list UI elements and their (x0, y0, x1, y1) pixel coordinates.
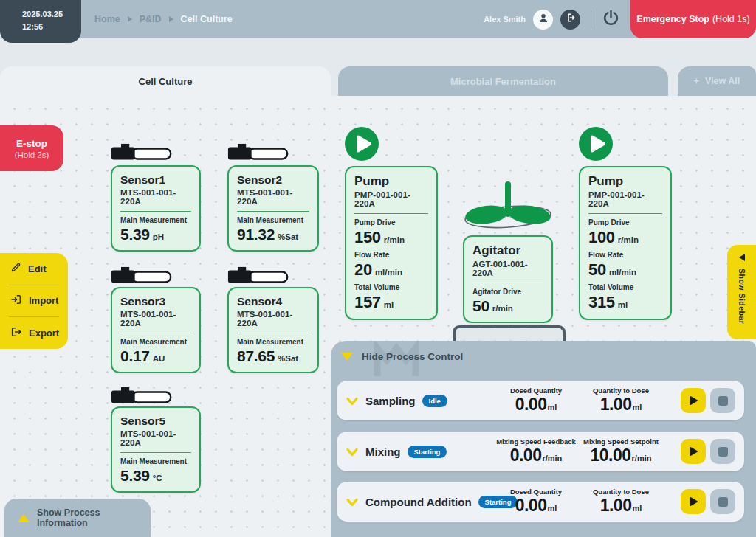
row-stop-button[interactable] (710, 489, 735, 514)
process-control-toggle[interactable]: Hide Process Control (341, 351, 463, 362)
row-play-button[interactable] (681, 388, 706, 413)
chevron-down-icon[interactable] (346, 498, 359, 507)
power-button[interactable] (602, 9, 620, 30)
metric-value: 1.00 (600, 395, 632, 415)
sensor-card[interactable]: Sensor3 MTS-001-001-220A Main Measuremen… (111, 287, 201, 373)
sensor-tag: MTS-001-001-220A (120, 310, 191, 328)
sensor-card[interactable]: Sensor4 MTS-001-001-220A Main Measuremen… (227, 287, 319, 373)
field-label: Flow Rate (588, 251, 662, 259)
import-button[interactable]: Import (0, 288, 68, 313)
metric: Dosed Quantity 0.00ml (488, 488, 584, 516)
metric-label: Mixing Speed Setpoint (583, 437, 659, 446)
export-button[interactable]: Export (0, 321, 68, 346)
breadcrumb-home[interactable]: Home (94, 14, 120, 24)
agitator-card[interactable]: Agitator AGT-001-001-220A Agitator Drive… (463, 235, 553, 323)
metric-label: Dosed Quantity (510, 488, 562, 496)
pump-start-button[interactable] (579, 127, 613, 161)
sensor-card[interactable]: Sensor2 MTS-001-001-220A Main Measuremen… (227, 165, 319, 252)
emergency-stop-button[interactable]: Emergency Stop (Hold 1s) (630, 0, 756, 38)
show-sidebar-tab[interactable]: Show Sidebar (727, 245, 756, 339)
tools-panel: Edit Import Export (0, 253, 68, 349)
sensor-name: Sensor1 (120, 173, 191, 187)
emergency-stop-hold: (Hold 1s) (712, 14, 750, 24)
metric: Quantity to Dose 1.00ml (574, 488, 667, 516)
field-label: Pump Drive (588, 218, 662, 226)
measurement-unit: °C (153, 474, 162, 482)
chevron-down-icon[interactable] (346, 397, 359, 406)
metric-unit: ml (547, 504, 557, 513)
sensor-probe-icon (109, 266, 174, 287)
row-stop-button[interactable] (710, 388, 735, 413)
metric-value: 0.00 (515, 395, 547, 415)
time-label: 12:56 (22, 21, 81, 33)
metric-value: 1.00 (600, 496, 632, 516)
play-icon (688, 446, 698, 457)
show-process-information-toggle[interactable]: Show Process Information (4, 499, 151, 537)
measurement-value: 91.32 (237, 226, 275, 243)
import-label: Import (29, 295, 58, 306)
pump-card[interactable]: Pump PMP-001-001-220A Pump Drive 150r/mi… (345, 166, 438, 320)
process-row-sampling[interactable]: Sampling Idle Dosed Quantity 0.00ml Quan… (337, 381, 744, 420)
avatar[interactable] (533, 10, 553, 30)
row-play-button[interactable] (681, 439, 706, 464)
metric: Mixing Speed Feedback 0.00r/min (488, 437, 584, 465)
sensor-card[interactable]: Sensor5 MTS-001-001-220A Main Measuremen… (111, 406, 201, 493)
sensor-name: Sensor5 (120, 415, 191, 428)
sensor-tag: MTS-001-001-220A (237, 310, 309, 328)
field-value: 315 (588, 293, 615, 312)
estop-button[interactable]: E-stop (Hold 2s) (0, 125, 63, 171)
status-badge: Starting (408, 446, 447, 458)
field-value: 50 (588, 260, 606, 280)
datetime-badge: 2025.03.25 12:56 (0, 0, 81, 43)
app-root: 2025.03.25 12:56 Home P&ID Cell Culture … (0, 0, 756, 537)
tab-label: Microbial Fermentation (450, 76, 556, 87)
pump-card[interactable]: Pump PMP-001-001-220A Pump Drive 100r/mi… (579, 166, 672, 320)
metric: Quantity to Dose 1.00ml (574, 387, 667, 415)
metric-unit: ml (632, 504, 642, 513)
pump-start-button[interactable] (345, 127, 379, 161)
divider (120, 452, 191, 453)
field-label: Total Volume (588, 283, 662, 291)
divider (591, 10, 591, 28)
agitator-name: Agitator (472, 243, 543, 258)
process-row-compound-addition[interactable]: Compound Addition Starting Dosed Quantit… (337, 482, 744, 522)
field-value: 100 (588, 228, 615, 247)
divider (588, 213, 662, 214)
sensor-card[interactable]: Sensor1 MTS-001-001-220A Main Measuremen… (111, 165, 201, 252)
measurement-label: Main Measurement (120, 338, 191, 346)
divider (120, 211, 191, 212)
measurement-value: 5.39 (120, 467, 150, 485)
logout-button[interactable] (560, 10, 580, 30)
agitator-impeller-icon (459, 180, 557, 235)
measurement-label: Main Measurement (120, 457, 191, 465)
tab-view-all[interactable]: + View All (678, 66, 756, 96)
sensor-probe-icon (109, 387, 174, 407)
metric-unit: ml (632, 403, 642, 412)
field-unit: ml/min (375, 268, 402, 277)
row-stop-button[interactable] (710, 439, 735, 464)
sensor-name: Sensor4 (237, 295, 309, 308)
breadcrumb-pid[interactable]: P&ID (140, 14, 162, 24)
arrow-left-icon (739, 254, 745, 261)
import-icon (10, 294, 22, 308)
field-value: 50 (472, 297, 489, 315)
divider (354, 213, 428, 214)
tab-microbial-fermentation[interactable]: Microbial Fermentation (338, 66, 668, 96)
metric-label: Mixing Speed Feedback (496, 437, 576, 446)
chevron-down-icon[interactable] (346, 448, 359, 457)
tab-cell-culture[interactable]: Cell Culture (0, 66, 331, 96)
show-sidebar-label: Show Sidebar (738, 268, 746, 324)
edit-label: Edit (28, 263, 47, 274)
user-name: Alex Smith (484, 15, 526, 24)
row-play-button[interactable] (681, 489, 706, 514)
field-label: Agitator Drive (472, 288, 543, 296)
edit-button[interactable]: Edit (0, 256, 68, 281)
breadcrumb-separator-icon (169, 16, 173, 22)
metric-label: Quantity to Dose (593, 387, 649, 395)
sensor-tag: MTS-001-001-220A (120, 429, 191, 447)
process-row-mixing[interactable]: Mixing Starting Mixing Speed Feedback 0.… (337, 432, 744, 471)
measurement-unit: %Sat (278, 354, 298, 363)
breadcrumb-current: Cell Culture (181, 14, 233, 24)
measurement-unit: AU (153, 354, 165, 363)
field-value: 150 (354, 228, 381, 247)
